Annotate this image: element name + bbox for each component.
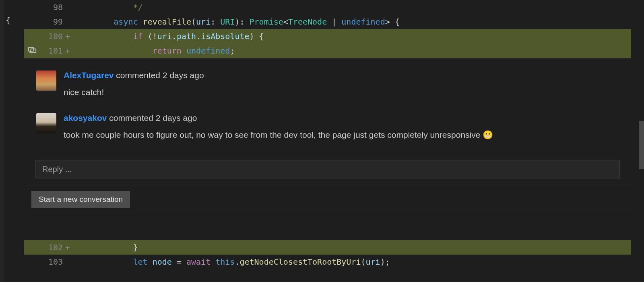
line-number: 101	[40, 44, 64, 58]
diff-marker: +	[64, 240, 71, 255]
code-line[interactable]: 100+ if (!uri.path.isAbsolute) {	[24, 29, 631, 44]
new-conversation-bar: Start a new conversation	[24, 186, 631, 213]
line-number: 103	[40, 255, 64, 269]
code-line[interactable]: 103 let node = await this.getNodeClosest…	[24, 255, 631, 269]
line-number: 102	[40, 240, 64, 255]
code-content[interactable]: async revealFile(uri: URI): Promise<Tree…	[75, 15, 631, 29]
line-number: 98	[40, 0, 64, 15]
vertical-scrollbar-thumb[interactable]	[639, 121, 644, 169]
comment-meta: commented 2 days ago	[114, 70, 204, 80]
code-editor-continued[interactable]: 102+ }103 let node = await this.getNodeC…	[24, 240, 631, 269]
reply-input[interactable]	[35, 160, 620, 178]
avatar[interactable]	[36, 113, 56, 133]
diff-gutter	[71, 29, 75, 44]
comment-meta: commented 2 days ago	[107, 113, 197, 122]
diff-gutter	[71, 44, 75, 58]
diff-gutter	[71, 15, 75, 29]
line-number: 99	[40, 15, 64, 29]
diff-marker: +	[64, 29, 71, 44]
code-content[interactable]: }	[75, 240, 631, 255]
diff-marker: +	[64, 44, 71, 58]
diff-gutter	[71, 240, 75, 255]
outer-brace: {	[6, 15, 10, 25]
start-new-conversation-button[interactable]: Start a new conversation	[31, 191, 130, 208]
comment-author[interactable]: akosyakov	[64, 113, 107, 122]
comment-thread: AlexTugarev commented 2 days ago nice ca…	[24, 58, 631, 213]
code-line[interactable]: 98 */	[24, 0, 631, 15]
comment-author[interactable]: AlexTugarev	[64, 70, 114, 80]
code-content[interactable]: let node = await this.getNodeClosestToRo…	[75, 255, 631, 269]
avatar[interactable]	[36, 70, 56, 91]
activity-strip-inner	[4, 0, 7, 282]
code-content[interactable]: return undefined;	[75, 44, 631, 58]
comment-item: AlexTugarev commented 2 days ago nice ca…	[24, 66, 631, 109]
code-content[interactable]: if (!uri.path.isAbsolute) {	[75, 29, 631, 44]
activity-strip	[0, 0, 4, 282]
diff-gutter	[71, 255, 75, 269]
code-line[interactable]: 102+ }	[24, 240, 631, 255]
comment-text: nice catch!	[64, 87, 619, 97]
comment-text: took me couple hours to figure out, no w…	[64, 130, 619, 140]
line-number: 100	[40, 29, 64, 44]
diff-gutter	[71, 0, 75, 15]
code-editor[interactable]: 98 */99 async revealFile(uri: URI): Prom…	[24, 0, 631, 58]
code-line[interactable]: 101+ return undefined;	[24, 44, 631, 58]
code-content[interactable]: */	[75, 0, 631, 15]
comment-thread-icon[interactable]	[24, 46, 40, 55]
comment-item: akosyakov commented 2 days ago took me c…	[24, 109, 631, 152]
code-line[interactable]: 99 async revealFile(uri: URI): Promise<T…	[24, 15, 631, 29]
